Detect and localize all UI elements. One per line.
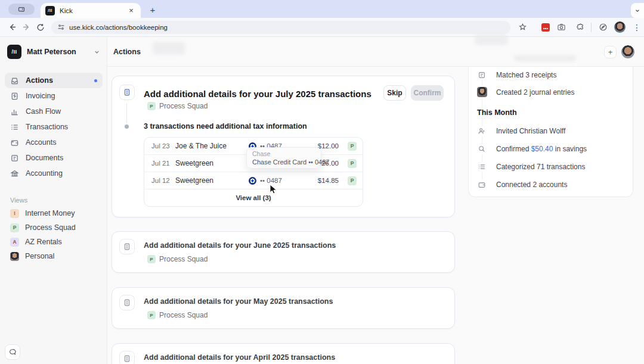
browser-toolbar: use.kick.co/actions/bookkeeping ••• ⋮ [0,18,644,37]
bank-icon [10,169,20,178]
bar-chart-icon [10,107,20,116]
workspace-badge-p: P [147,311,156,319]
browser-menu-icon[interactable]: ⋮ [630,20,644,35]
view-item-process-squad[interactable]: P Process Squad [5,220,103,235]
browser-tabstrip: /II Kick × + [0,0,644,18]
mouse-cursor [270,184,278,197]
activity-item: Categorized 71 transactions [469,162,633,172]
ghost-fade-element [153,42,185,55]
activity-item: Matched 3 receipts [469,70,633,80]
wallet-icon [477,180,487,189]
new-tab-button[interactable]: + [147,4,159,16]
action-card-april[interactable]: Add additional details for your April 20… [112,343,455,364]
workspace-chip-row: P Process Squad [147,311,208,319]
workspace-chip-row: P Process Squad [147,102,208,110]
activity-text: Confirmed [496,145,531,153]
activity-label: Confirmed $50.40 in savings [496,145,587,153]
workspace-chip-label: Process Squad [159,102,208,110]
activity-item: Invited Christian Wolff [469,126,633,136]
activity-label: Categorized 71 transactions [496,163,585,171]
activity-text: in savings [553,145,587,153]
user-avatar[interactable] [621,45,634,58]
workspace-badge-p: P [147,255,156,263]
adblock-extension-icon[interactable]: ••• [541,23,550,32]
timeline-line [126,103,127,123]
timeline-dot [125,125,129,129]
sidebar-item-label: Cash Flow [26,107,61,116]
sidebar-item-accounting[interactable]: Accounting [5,166,103,181]
activity-label: Matched 3 receipts [496,71,556,79]
site-info-icon[interactable] [57,23,65,31]
browser-tab-kick[interactable]: /II Kick × [41,3,141,18]
tab-close-icon[interactable]: × [126,6,136,15]
browser-extension-leaf-icon[interactable] [596,20,610,35]
tooltip-card-name: Chase Credit Card •• 0487 [252,158,315,166]
support-chat-button[interactable] [5,344,20,360]
tab-search-button[interactable] [8,4,35,15]
reload-button[interactable] [33,20,48,35]
list-icon [477,162,487,172]
sidebar-item-cash-flow[interactable]: Cash Flow [5,104,103,119]
add-button[interactable]: + [604,46,617,58]
action-card-june[interactable]: Add additional details for your June 202… [112,231,455,273]
sidebar-item-documents[interactable]: Documents [5,150,103,166]
ghost-fade-element [475,35,508,45]
bookmark-star-icon[interactable] [515,20,530,35]
receipt-doc-icon [119,351,135,364]
toolbar-actions: ••• ⋮ [515,20,644,35]
workspace-chip-label: Process Squad [159,311,208,319]
sidebar-item-actions[interactable]: Actions [5,73,103,88]
invite-person-icon [477,126,487,136]
receipt-icon [477,70,487,80]
member-avatar [477,87,487,97]
browser-profile-avatar[interactable] [614,21,626,33]
card-subtitle: 3 transactions need additional tax infor… [144,122,307,130]
sidebar-item-invoicing[interactable]: Invoicing [5,88,103,104]
workspace-badge-p: P [348,159,357,168]
camera-extension-icon[interactable] [554,20,568,35]
inbox-tray-icon [10,76,20,85]
card-title: Add additional details for your April 20… [144,353,335,362]
screen: /II Kick × + use.kick.co/actions/bookkee… [0,0,644,364]
activity-item: Connected 2 accounts [469,180,633,189]
magnifier-icon [477,144,487,154]
workspace-badge-p: P [348,142,357,151]
tooltip-bank-name: Chase [252,150,315,157]
view-item-internet-money[interactable]: I Internet Money [5,206,103,220]
action-card-may[interactable]: Add additional details for your May 2025… [112,287,455,329]
txn-merchant: Sweetgreen [175,159,213,167]
workspace-badge-p: P [147,102,156,110]
account-tooltip: Chase Chase Credit Card •• 0487 [246,147,321,169]
back-button[interactable] [5,20,19,35]
url-text[interactable]: use.kick.co/actions/bookkeeping [69,24,168,31]
view-all-row[interactable]: View all (3) [144,189,363,206]
personal-avatar [10,252,19,261]
workspace-switcher[interactable]: /II Matt Peterson [7,45,100,59]
chat-bubble-icon [8,348,17,356]
card-title: Add additional details for your June 202… [144,241,336,250]
sidebar-item-transactions[interactable]: Transactions [5,119,103,135]
forward-button[interactable] [19,20,33,35]
confirm-button[interactable]: Confirm [411,85,444,101]
txn-merchant: Joe & The Juice [175,142,227,150]
sidebar-item-accounts[interactable]: Accounts [5,135,103,150]
txn-date: Jul 23 [151,142,170,150]
tab-search-icon [18,6,25,13]
txn-account[interactable]: •• 0487 [249,177,282,185]
table-row[interactable]: Jul 12 Sweetgreen •• 0487 $14.85 P [144,172,363,189]
list-icon [10,122,20,132]
page-header: Actions + [107,37,644,67]
chase-bank-icon [249,177,256,185]
receipt-doc-icon [119,295,135,310]
url-bar[interactable]: use.kick.co/actions/bookkeeping [51,21,510,34]
savings-amount[interactable]: $50.40 [531,145,553,153]
sidebar-item-label: Accounting [26,169,63,178]
sidebar-item-label: Actions [26,76,53,85]
skip-button[interactable]: Skip [383,85,406,101]
workspace-badge-p: P [348,176,357,185]
view-all-link[interactable]: View all (3) [236,194,271,201]
view-item-personal[interactable]: Personal [5,249,103,263]
tab-list-button[interactable] [631,3,644,18]
extensions-puzzle-icon[interactable] [572,20,587,35]
view-item-az-rentals[interactable]: A AZ Rentals [5,235,103,249]
